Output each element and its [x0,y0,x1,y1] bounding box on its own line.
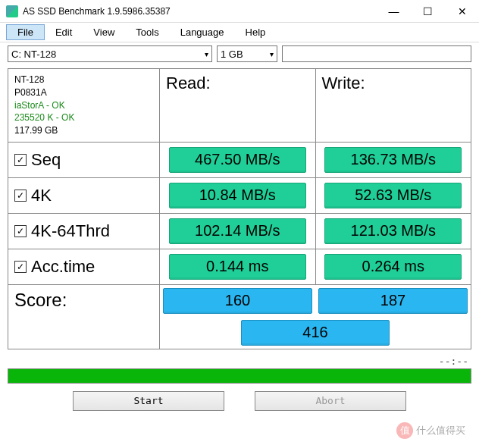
acc-write-value: 0.264 ms [324,254,462,280]
row-seq: ✓ Seq 467.50 MB/s 136.73 MB/s [8,143,471,178]
score-label: Score: [8,285,160,349]
acc-write-cell: 0.264 ms [316,249,471,284]
title-bar: AS SSD Benchmark 1.9.5986.35387 — ☐ ✕ [0,0,479,23]
menu-edit[interactable]: Edit [45,25,83,39]
seq-read-value: 467.50 MB/s [169,147,306,173]
menu-file[interactable]: File [6,24,45,40]
row-4k: ✓ 4K 10.84 MB/s 52.63 MB/s [8,178,471,214]
menu-language[interactable]: Language [170,25,235,39]
seq-write-value: 136.73 MB/s [324,147,462,173]
k464-read-value: 102.14 MB/s [169,218,306,244]
k4-read-value: 10.84 MB/s [169,183,306,208]
checkbox-4k[interactable]: ✓ [14,190,27,202]
device-alignment-status: 235520 K - OK [14,111,153,124]
maximize-button[interactable]: ☐ [411,0,445,23]
test-acctime-label: Acc.time [31,257,95,277]
score-write: 187 [318,288,468,314]
test-acctime: ✓ Acc.time [8,249,160,284]
button-row: Start Abort [0,388,479,417]
score-values: 160 187 416 [160,285,471,349]
device-name: NT-128 [14,74,153,86]
seq-read-cell: 467.50 MB/s [160,143,316,177]
watermark: 值 什么值得买 [389,419,473,442]
k464-write-value: 121.03 MB/s [324,218,462,244]
k4-write-cell: 52.63 MB/s [316,178,471,213]
menu-bar: File Edit View Tools Language Help [0,23,479,42]
k464-read-cell: 102.14 MB/s [160,214,316,249]
results-panel: NT-128 P0831A iaStorA - OK 235520 K - OK… [8,68,471,349]
checkbox-seq[interactable]: ✓ [14,154,27,166]
device-firmware: P0831A [14,86,153,99]
row-score: Score: 160 187 416 [8,285,471,349]
window-title: AS SSD Benchmark 1.9.5986.35387 [23,6,377,17]
path-input[interactable] [282,45,471,62]
drive-select-value: C: NT-128 [11,49,56,60]
read-header: Read: [160,69,316,142]
score-total: 416 [241,320,390,346]
menu-help[interactable]: Help [235,25,277,39]
app-icon [6,5,18,17]
elapsed-time: --:-- [0,354,479,368]
test-size-select[interactable]: 1 GB ▾ [217,45,277,62]
test-seq: ✓ Seq [8,143,160,177]
drive-select[interactable]: C: NT-128 ▾ [8,45,212,62]
close-button[interactable]: ✕ [445,0,479,23]
toolbar: C: NT-128 ▾ 1 GB ▾ [0,42,479,65]
minimize-button[interactable]: — [377,0,411,23]
k4-write-value: 52.63 MB/s [324,183,462,208]
abort-button: Abort [255,391,406,411]
start-button[interactable]: Start [73,391,224,411]
test-4k64: ✓ 4K-64Thrd [8,214,160,249]
checkbox-4k64[interactable]: ✓ [14,225,27,237]
acc-read-value: 0.144 ms [169,254,306,280]
test-4k: ✓ 4K [8,178,160,213]
device-driver-status: iaStorA - OK [14,99,153,112]
chevron-down-icon: ▾ [205,50,208,58]
k4-read-cell: 10.84 MB/s [160,178,316,213]
window-controls: — ☐ ✕ [377,0,479,23]
chevron-down-icon: ▾ [270,50,274,58]
row-acctime: ✓ Acc.time 0.144 ms 0.264 ms [8,249,471,285]
watermark-icon: 值 [396,422,413,439]
test-4k64-label: 4K-64Thrd [31,221,110,241]
device-capacity: 117.99 GB [14,124,153,137]
checkbox-acctime[interactable]: ✓ [14,261,27,273]
acc-read-cell: 0.144 ms [160,249,316,284]
menu-tools[interactable]: Tools [125,25,169,39]
test-seq-label: Seq [31,150,61,170]
score-read: 160 [163,288,312,314]
device-info: NT-128 P0831A iaStorA - OK 235520 K - OK… [8,69,160,142]
watermark-text: 什么值得买 [416,424,465,437]
k464-write-cell: 121.03 MB/s [316,214,471,249]
test-4k-label: 4K [31,186,52,205]
progress-bar [8,368,471,384]
write-header: Write: [316,69,471,142]
header-row: NT-128 P0831A iaStorA - OK 235520 K - OK… [8,69,471,143]
test-size-value: 1 GB [221,49,243,60]
row-4k64: ✓ 4K-64Thrd 102.14 MB/s 121.03 MB/s [8,214,471,249]
seq-write-cell: 136.73 MB/s [316,143,471,177]
menu-view[interactable]: View [83,25,125,39]
